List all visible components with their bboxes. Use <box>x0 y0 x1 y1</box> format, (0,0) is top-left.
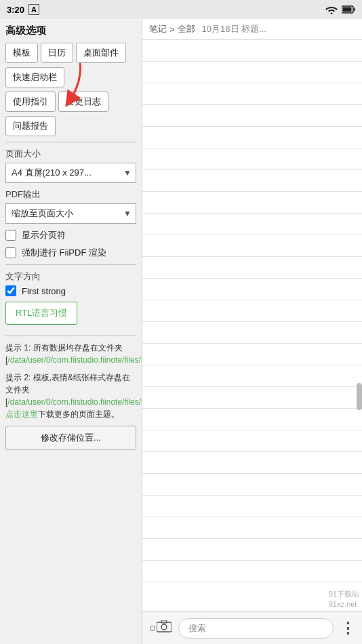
ruled-line <box>142 539 362 561</box>
usage-guide-button[interactable]: 使用指引 <box>5 92 56 112</box>
divider-2 <box>5 264 136 265</box>
hint-2-link[interactable]: 点击这里 <box>5 409 38 419</box>
ruled-line <box>142 127 362 148</box>
page-size-arrow: ▼ <box>123 168 132 178</box>
button-row-1: 模板 日历 桌面部件 <box>5 43 136 63</box>
first-strong-checkbox[interactable] <box>5 285 16 296</box>
note-content-area[interactable]: 91下载站 91xz.net <box>142 40 362 611</box>
desktop-widget-button[interactable]: 桌面部件 <box>76 43 126 63</box>
pdf-output-select[interactable]: 缩放至页面大小 ▼ <box>5 203 136 224</box>
hint-1-path: /data/user/0/com.fiistudio.fiinote/files… <box>7 355 142 365</box>
ruled-line <box>142 387 362 409</box>
ruled-line <box>142 452 362 474</box>
pdf-output-label: PDF输出 <box>5 188 136 201</box>
svg-rect-3 <box>343 7 352 12</box>
ruled-line <box>142 344 362 365</box>
breadcrumb-separator: > <box>169 24 175 35</box>
ruled-line <box>142 148 362 170</box>
svg-rect-2 <box>354 8 355 12</box>
svg-rect-4 <box>157 622 172 632</box>
breadcrumb-all: 全部 <box>178 23 195 35</box>
main-container: 高级选项 模板 日历 桌面部件 快速启动栏 使用指引 变更日志 问题报告 页面大… <box>0 19 362 644</box>
first-strong-label: First strong <box>22 286 66 296</box>
template-button[interactable]: 模板 <box>5 43 38 63</box>
svg-point-5 <box>161 624 167 630</box>
ruled-line <box>142 474 362 496</box>
camera-icon[interactable] <box>157 620 172 636</box>
hint-2: 提示 2: 模板,表情&纸张样式存盘在文件夹[/data/user/0/com.… <box>5 371 136 420</box>
ruled-line <box>142 105 362 127</box>
force-fiipdf-checkbox[interactable] <box>5 247 16 258</box>
ruled-line <box>142 192 362 214</box>
breadcrumb-date: 10月18日 标题... <box>202 23 266 35</box>
show-page-break-checkbox[interactable] <box>5 230 16 241</box>
status-bar: 3:20 A <box>0 0 362 19</box>
right-panel: 笔记 > 全部 10月18日 标题... <box>142 19 362 644</box>
button-row-2: 快速启动栏 <box>5 67 136 87</box>
force-fiipdf-label: 强制进行 FiiPDF 渲染 <box>22 247 106 259</box>
scroll-indicator <box>357 383 362 410</box>
ruled-line <box>142 322 362 344</box>
ruled-line <box>142 517 362 539</box>
pdf-output-value: 缩放至页面大小 <box>12 207 73 220</box>
hint-2-path: /data/user/0/com.fiistudio.fiinote/files… <box>7 397 142 407</box>
page-size-value: A4 直屏(210 x 297... <box>12 167 92 179</box>
section-title: 高级选项 <box>5 24 136 37</box>
text-direction-label: 文字方向 <box>5 270 136 283</box>
button-row-4: 问题报告 <box>5 116 136 136</box>
svg-rect-6 <box>161 620 167 623</box>
button-row-3: 使用指引 变更日志 <box>5 92 136 112</box>
app-icon: A <box>28 4 39 15</box>
search-input[interactable]: 搜索 <box>178 618 334 639</box>
hint-1: 提示 1: 所有数据均存盘在文件夹[/data/user/0/com.fiist… <box>5 342 136 366</box>
page-size-label: 页面大小 <box>5 148 136 160</box>
show-page-break-row: 显示分页符 <box>5 229 136 241</box>
first-strong-row: First strong <box>5 285 136 296</box>
wifi-icon <box>325 5 338 14</box>
ruled-line <box>142 40 362 62</box>
ruled-line <box>142 235 362 257</box>
ruled-line <box>142 83 362 105</box>
svg-point-0 <box>331 13 333 15</box>
breadcrumb-notes: 笔记 <box>149 23 167 35</box>
time: 3:20 <box>7 5 24 15</box>
page-size-select[interactable]: A4 直屏(210 x 297... ▼ <box>5 163 136 183</box>
divider-1 <box>5 142 136 142</box>
ruled-line <box>142 300 362 322</box>
ruled-line <box>142 409 362 430</box>
rtl-button[interactable]: RTL语言习惯 <box>5 302 77 325</box>
pdf-output-arrow: ▼ <box>123 209 132 218</box>
ruled-line <box>142 365 362 387</box>
change-log-button[interactable]: 变更日志 <box>58 92 108 112</box>
ruled-lines <box>142 40 362 611</box>
ruled-line <box>142 496 362 517</box>
issue-report-button[interactable]: 问题报告 <box>5 116 56 136</box>
more-icon[interactable]: ⋮ <box>340 620 355 637</box>
calendar-button[interactable]: 日历 <box>41 43 73 63</box>
show-page-break-label: 显示分页符 <box>22 229 66 241</box>
circle-icon[interactable]: ○ <box>149 621 157 635</box>
status-left: 3:20 A <box>7 4 39 15</box>
ruled-line <box>142 257 362 279</box>
bottom-bar: ○ 搜索 ⋮ <box>142 611 362 644</box>
ruled-line <box>142 561 362 582</box>
ruled-line <box>142 170 362 192</box>
divider-3 <box>5 336 136 336</box>
ruled-line <box>142 62 362 83</box>
storage-button[interactable]: 修改存储位置... <box>5 426 136 450</box>
ruled-line <box>142 279 362 300</box>
force-fiipdf-row: 强制进行 FiiPDF 渲染 <box>5 247 136 259</box>
left-panel: 高级选项 模板 日历 桌面部件 快速启动栏 使用指引 变更日志 问题报告 页面大… <box>0 19 142 644</box>
battery-icon <box>342 5 355 14</box>
status-right <box>325 5 355 14</box>
ruled-line <box>142 430 362 452</box>
watermark: 91下载站 91xz.net <box>329 589 359 609</box>
ruled-line <box>142 214 362 235</box>
quick-launch-button[interactable]: 快速启动栏 <box>5 67 64 87</box>
right-header: 笔记 > 全部 10月18日 标题... <box>142 19 362 40</box>
